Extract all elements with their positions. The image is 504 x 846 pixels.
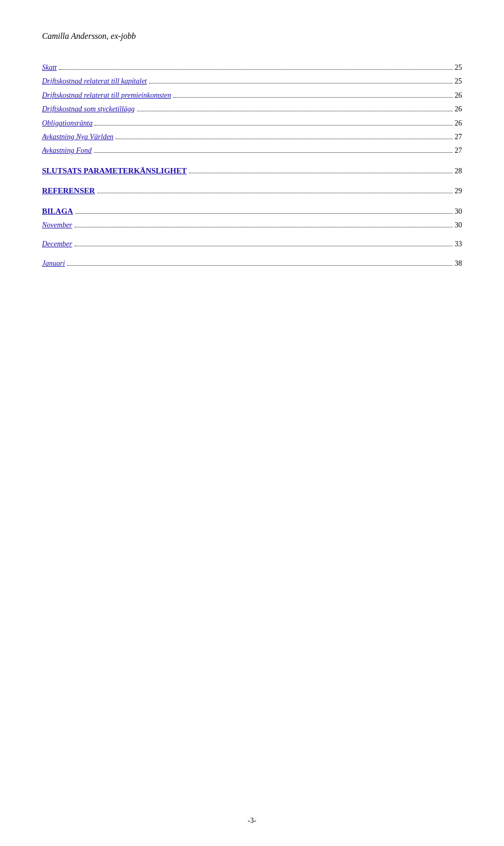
- toc-item-januari[interactable]: Januari 38: [42, 258, 462, 269]
- table-of-contents: Skatt 25 Driftskostnad relaterat till ka…: [42, 62, 462, 269]
- page-header: Camilla Andersson, ex-jobb: [42, 32, 462, 41]
- toc-item-obligationsranta[interactable]: Obligationsränta 26: [42, 118, 462, 129]
- toc-dots: [67, 265, 453, 266]
- toc-page: 29: [455, 185, 462, 197]
- toc-item-december[interactable]: December 33: [42, 238, 462, 250]
- toc-text[interactable]: SLUTSATS PARAMETERKÄNSLIGHET: [42, 164, 187, 177]
- toc-item-avkastning-nya-varlden[interactable]: Avkastning Nya Världen 27: [42, 131, 462, 143]
- toc-item-driftskostnad-stycketillagg[interactable]: Driftskostnad som stycketillägg 26: [42, 103, 462, 115]
- toc-dots: [94, 125, 453, 126]
- toc-text[interactable]: Driftskostnad relaterat till kapitalet: [42, 76, 147, 87]
- toc-page: 30: [455, 206, 462, 217]
- toc-page: 27: [455, 145, 462, 156]
- toc-page: 33: [455, 238, 462, 250]
- toc-page: 25: [455, 76, 462, 87]
- toc-page: 28: [455, 165, 462, 177]
- toc-dots: [75, 213, 453, 214]
- toc-text[interactable]: Skatt: [42, 62, 57, 74]
- toc-dots: [94, 152, 453, 153]
- toc-item-slutsats[interactable]: SLUTSATS PARAMETERKÄNSLIGHET 28: [42, 164, 462, 177]
- toc-page: 27: [455, 131, 462, 143]
- page-footer: -3-: [0, 817, 504, 825]
- toc-text[interactable]: Driftskostnad relaterat till premieinkom…: [42, 90, 171, 101]
- toc-text[interactable]: December: [42, 238, 72, 250]
- toc-page: 26: [455, 103, 462, 115]
- toc-text[interactable]: Obligationsränta: [42, 118, 92, 129]
- toc-dots: [189, 173, 453, 173]
- toc-text[interactable]: BILAGA: [42, 205, 73, 217]
- toc-text[interactable]: Driftskostnad som stycketillägg: [42, 103, 135, 115]
- toc-text[interactable]: November: [42, 220, 72, 231]
- toc-dots: [137, 111, 453, 111]
- toc-dots: [59, 69, 453, 70]
- page-number: -3-: [248, 817, 256, 824]
- toc-item-avkastning-fond[interactable]: Avkastning Fond 27: [42, 145, 462, 156]
- toc-text[interactable]: REFERENSER: [42, 184, 95, 197]
- header-title: Camilla Andersson, ex-jobb: [42, 32, 136, 40]
- toc-dots: [97, 193, 453, 193]
- toc-page: 26: [455, 118, 462, 129]
- toc-dots: [116, 139, 453, 139]
- toc-item-driftskostnad-premieinkomsten[interactable]: Driftskostnad relaterat till premieinkom…: [42, 90, 462, 101]
- toc-page: 38: [455, 258, 462, 269]
- toc-item-skatt[interactable]: Skatt 25: [42, 62, 462, 74]
- toc-dots: [173, 97, 453, 98]
- toc-page: 30: [455, 220, 462, 231]
- page-container: Camilla Andersson, ex-jobb Skatt 25 Drif…: [0, 0, 504, 846]
- toc-dots: [75, 227, 453, 227]
- toc-text[interactable]: Avkastning Fond: [42, 145, 92, 156]
- toc-item-bilaga[interactable]: BILAGA 30: [42, 205, 462, 217]
- toc-item-referenser[interactable]: REFERENSER 29: [42, 184, 462, 197]
- toc-text[interactable]: Avkastning Nya Världen: [42, 131, 113, 143]
- toc-text[interactable]: Januari: [42, 258, 65, 269]
- toc-item-driftskostnad-kapitalet[interactable]: Driftskostnad relaterat till kapitalet 2…: [42, 76, 462, 87]
- toc-page: 25: [455, 62, 462, 74]
- toc-page: 26: [455, 90, 462, 101]
- toc-dots: [75, 246, 453, 246]
- toc-dots: [149, 83, 453, 83]
- toc-item-november[interactable]: November 30: [42, 220, 462, 231]
